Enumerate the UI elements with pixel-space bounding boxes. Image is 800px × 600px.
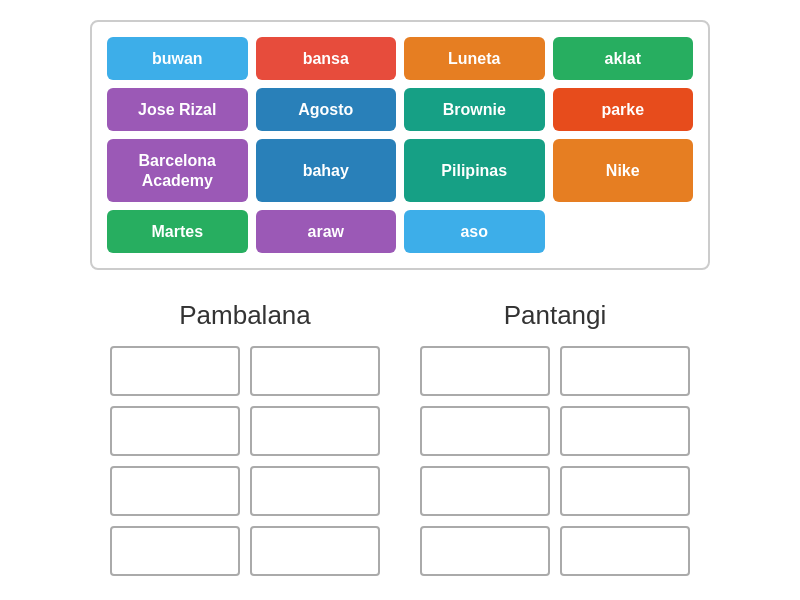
pambalana-drop-6[interactable] [250,466,380,516]
pantangi-drop-2[interactable] [560,346,690,396]
categories-section: Pambalana Pantangi [50,300,750,576]
pambalana-drop-grid [110,346,380,576]
pantangi-drop-6[interactable] [560,466,690,516]
pambalana-drop-3[interactable] [110,406,240,456]
pantangi-drop-3[interactable] [420,406,550,456]
word-aklat[interactable]: aklat [553,37,694,80]
word-luneta[interactable]: Luneta [404,37,545,80]
word-jose-rizal[interactable]: Jose Rizal [107,88,248,131]
pantangi-drop-4[interactable] [560,406,690,456]
word-bank: buwan bansa Luneta aklat Jose Rizal Agos… [90,20,710,270]
word-bahay[interactable]: bahay [256,139,397,201]
word-araw[interactable]: araw [256,210,397,253]
pantangi-drop-1[interactable] [420,346,550,396]
word-buwan[interactable]: buwan [107,37,248,80]
pambalana-title: Pambalana [179,300,311,331]
pambalana-drop-1[interactable] [110,346,240,396]
pantangi-drop-8[interactable] [560,526,690,576]
word-martes[interactable]: Martes [107,210,248,253]
word-agosto[interactable]: Agosto [256,88,397,131]
word-nike[interactable]: Nike [553,139,694,201]
pambalana-drop-7[interactable] [110,526,240,576]
pantangi-title: Pantangi [504,300,607,331]
word-pilipinas[interactable]: Pilipinas [404,139,545,201]
pambalana-drop-5[interactable] [110,466,240,516]
pantangi-drop-7[interactable] [420,526,550,576]
pambalana-category: Pambalana [110,300,380,576]
word-barcelona-academy[interactable]: Barcelona Academy [107,139,248,201]
pambalana-drop-4[interactable] [250,406,380,456]
word-brownie[interactable]: Brownie [404,88,545,131]
word-bansa[interactable]: bansa [256,37,397,80]
pambalana-drop-2[interactable] [250,346,380,396]
pantangi-drop-5[interactable] [420,466,550,516]
word-aso[interactable]: aso [404,210,545,253]
pantangi-drop-grid [420,346,690,576]
pantangi-category: Pantangi [420,300,690,576]
pambalana-drop-8[interactable] [250,526,380,576]
word-parke[interactable]: parke [553,88,694,131]
